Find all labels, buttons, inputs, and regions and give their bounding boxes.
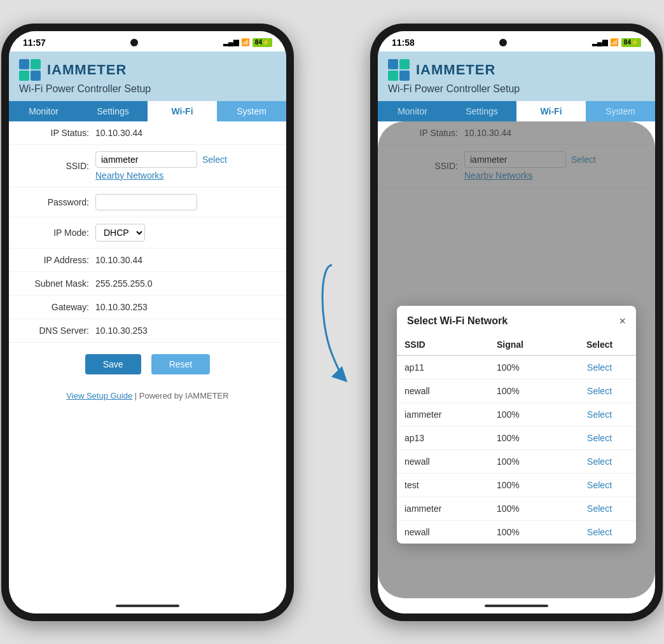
network-signal-1: 100%	[489, 379, 563, 402]
reset-button[interactable]: Reset	[151, 354, 211, 374]
network-table-body: ap11 100% Select newall 100% Select iamm…	[397, 355, 636, 544]
table-row: test 100% Select	[397, 473, 636, 497]
ssid-select-link[interactable]: Select	[202, 154, 227, 165]
modal-header: Select Wi-Fi Network ×	[397, 306, 636, 334]
status-icons-2: ▂▄▆ 📶 84⚡	[592, 38, 641, 47]
app-subtitle-1: Wi-Fi Power Controller Setup	[19, 83, 151, 95]
network-select-link-3[interactable]: Select	[587, 433, 612, 443]
network-ssid-2: iammeter	[397, 402, 489, 426]
table-row: newall 100% Select	[397, 520, 636, 544]
gateway-value: 10.10.30.253	[95, 302, 148, 312]
tab-system-1[interactable]: System	[217, 101, 286, 121]
logo-text-2: IAMMETER	[416, 62, 495, 78]
signal-icon-2: ▂▄▆	[592, 38, 607, 46]
button-row: Save Reset	[9, 343, 286, 386]
network-ssid-3: ap13	[397, 426, 489, 449]
tab-monitor-1[interactable]: Monitor	[9, 101, 78, 121]
network-select-link-1[interactable]: Select	[587, 386, 612, 396]
row-ip-address: IP Address: 10.10.30.44	[9, 249, 286, 272]
form-content-1: IP Status: 10.10.30.44 SSID: Select Near…	[9, 121, 286, 598]
home-bar-1	[116, 605, 179, 607]
ip-mode-select[interactable]: DHCP Static	[95, 224, 145, 242]
logo-sq2-1	[388, 59, 398, 69]
wifi-icon-1: 📶	[241, 38, 250, 46]
app-header-2: IAMMETER Wi-Fi Power Controller Setup	[378, 51, 655, 101]
network-ssid-4: newall	[397, 449, 489, 473]
row-subnet: Subnet Mask: 255.255.255.0	[9, 272, 286, 296]
wifi-network-modal: Select Wi-Fi Network × SSID Signal Selec…	[397, 306, 636, 544]
dns-label: DNS Server:	[19, 325, 89, 336]
ssid-row-inner: Select	[95, 151, 227, 168]
network-signal-7: 100%	[489, 520, 563, 544]
logo-sq2-3	[388, 71, 398, 81]
modal-title: Select Wi-Fi Network	[407, 315, 508, 327]
save-button[interactable]: Save	[85, 354, 141, 374]
app-footer: View Setup Guide | Powered by IAMMETER	[9, 386, 286, 411]
network-select-link-7[interactable]: Select	[587, 527, 612, 537]
home-indicator-1	[9, 598, 286, 613]
ssid-label: SSID:	[19, 161, 89, 171]
network-select-cell-5: Select	[563, 473, 636, 497]
network-table: SSID Signal Select ap11 100% Select newa…	[397, 334, 636, 544]
network-signal-4: 100%	[489, 449, 563, 473]
row-ip-status: IP Status: 10.10.30.44	[9, 121, 286, 145]
network-select-link-2[interactable]: Select	[587, 409, 612, 420]
tab-monitor-2[interactable]: Monitor	[378, 101, 447, 121]
network-select-link-6[interactable]: Select	[587, 504, 612, 514]
network-select-cell-0: Select	[563, 355, 636, 380]
logo-sq3	[19, 71, 29, 81]
ssid-input[interactable]	[95, 151, 197, 168]
logo-icon-1	[19, 59, 41, 81]
network-select-cell-2: Select	[563, 402, 636, 426]
password-input[interactable]	[95, 194, 197, 210]
nearby-networks-link[interactable]: Nearby Networks	[95, 170, 227, 181]
subnet-label: Subnet Mask:	[19, 278, 89, 289]
network-signal-6: 100%	[489, 497, 563, 520]
home-indicator-2	[378, 598, 655, 613]
table-row: ap13 100% Select	[397, 426, 636, 449]
network-ssid-1: newall	[397, 379, 489, 402]
phone2-screen: 11:58 ▂▄▆ 📶 84⚡ IAMMETER Wi-Fi Power Con…	[378, 31, 655, 613]
network-select-link-4[interactable]: Select	[587, 456, 612, 467]
table-row: newall 100% Select	[397, 379, 636, 402]
time-2: 11:58	[392, 38, 415, 48]
table-row: iammeter 100% Select	[397, 497, 636, 520]
logo-row-2: IAMMETER	[388, 59, 495, 81]
ip-status-label: IP Status:	[19, 128, 89, 138]
network-select-cell-1: Select	[563, 379, 636, 402]
table-row: iammeter 100% Select	[397, 402, 636, 426]
phone1: 11:57 ▂▄▆ 📶 84⚡ IAMMETER Wi-Fi Power Con…	[1, 24, 294, 621]
phone2: 11:58 ▂▄▆ 📶 84⚡ IAMMETER Wi-Fi Power Con…	[370, 24, 663, 621]
ip-status-value: 10.10.30.44	[95, 128, 142, 138]
tab-wifi-2[interactable]: Wi-Fi	[516, 101, 586, 121]
logo-row-1: IAMMETER	[19, 59, 127, 81]
network-select-link-5[interactable]: Select	[587, 480, 612, 490]
wifi-icon-2: 📶	[610, 38, 619, 46]
tab-settings-2[interactable]: Settings	[447, 101, 516, 121]
ip-mode-label: IP Mode:	[19, 228, 89, 238]
tab-wifi-1[interactable]: Wi-Fi	[148, 101, 217, 121]
tab-settings-1[interactable]: Settings	[78, 101, 148, 121]
status-icons-1: ▂▄▆ 📶 84⚡	[223, 38, 272, 47]
logo-sq4	[31, 71, 41, 81]
network-ssid-0: ap11	[397, 355, 489, 380]
table-header-row: SSID Signal Select	[397, 334, 636, 355]
dns-value: 10.10.30.253	[95, 325, 148, 336]
col-select-header: Select	[563, 334, 636, 355]
logo-sq2-4	[399, 71, 410, 81]
gateway-label: Gateway:	[19, 302, 89, 312]
network-select-link-0[interactable]: Select	[587, 362, 612, 373]
time-1: 11:57	[23, 38, 46, 48]
modal-close-button[interactable]: ×	[619, 315, 626, 328]
camera-notch-1	[130, 39, 138, 46]
tab-system-2[interactable]: System	[586, 101, 655, 121]
table-row: ap11 100% Select	[397, 355, 636, 380]
network-select-cell-7: Select	[563, 520, 636, 544]
app-header-1: IAMMETER Wi-Fi Power Controller Setup	[9, 51, 286, 101]
nav-tabs-1: Monitor Settings Wi-Fi System	[9, 101, 286, 121]
battery-icon-1: 84⚡	[252, 38, 272, 47]
status-bar-1: 11:57 ▂▄▆ 📶 84⚡	[9, 31, 286, 51]
ip-address-label: IP Address:	[19, 255, 89, 265]
logo-sq2	[31, 59, 41, 69]
setup-guide-link[interactable]: View Setup Guide	[66, 391, 132, 401]
